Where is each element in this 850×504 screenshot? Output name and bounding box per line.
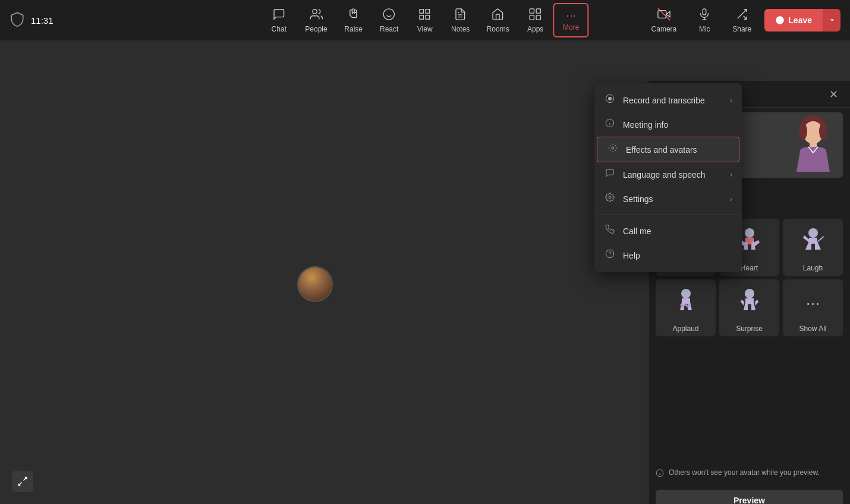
- reaction-show-all[interactable]: ··· Show All: [783, 279, 843, 336]
- nav-more-label: More: [563, 23, 579, 32]
- main-area: Record and transcribe › Meeting info Eff…: [0, 40, 850, 504]
- topbar-right: Camera Mic Share Leave: [643, 3, 840, 38]
- reactions-grid-row2: Applaud Surprise: [656, 279, 843, 336]
- menu-language-label: Language and speech: [623, 170, 723, 179]
- svg-rect-12: [530, 15, 534, 19]
- avatar-figure-svg: [783, 112, 843, 178]
- svg-point-28: [612, 147, 614, 149]
- nav-camera[interactable]: Camera: [643, 3, 685, 38]
- surprise-figure: [733, 285, 766, 321]
- svg-rect-4: [420, 9, 423, 12]
- nav-view[interactable]: View: [407, 3, 443, 38]
- settings-arrow-icon: ›: [730, 194, 732, 203]
- nav-notes[interactable]: Notes: [443, 3, 478, 38]
- svg-rect-10: [530, 8, 534, 12]
- show-all-label: Show All: [799, 325, 826, 333]
- leave-dropdown-arrow[interactable]: [823, 9, 840, 32]
- heart-label: Heart: [741, 264, 758, 272]
- leave-button-group: Leave: [764, 9, 840, 32]
- more-dropdown-menu: Record and transcribe › Meeting info Eff…: [594, 83, 742, 272]
- info-icon: [604, 118, 616, 131]
- surprise-label: Surprise: [736, 325, 763, 333]
- svg-rect-16: [703, 8, 707, 14]
- topbar-nav: Chat People Raise React View: [261, 3, 588, 38]
- camera-label: Camera: [651, 25, 677, 33]
- svg-point-34: [799, 123, 807, 140]
- camera-icon: [657, 8, 670, 23]
- menu-item-help[interactable]: Help: [594, 243, 742, 267]
- menu-divider: [594, 215, 742, 215]
- people-icon: [310, 8, 323, 23]
- nav-rooms-label: Rooms: [487, 25, 509, 33]
- nav-apps[interactable]: Apps: [518, 3, 553, 38]
- nav-react-label: React: [380, 25, 398, 33]
- record-icon: [604, 94, 616, 106]
- participant-avatar: [297, 266, 333, 302]
- svg-line-21: [18, 483, 21, 486]
- menu-item-effects[interactable]: Effects and avatars: [597, 137, 739, 162]
- rooms-icon: [492, 8, 505, 23]
- menu-item-call-me[interactable]: Call me: [594, 219, 742, 243]
- reaction-laugh[interactable]: Laugh: [783, 219, 843, 276]
- nav-people[interactable]: People: [297, 3, 335, 38]
- svg-rect-46: [745, 298, 754, 302]
- reaction-applaud[interactable]: Applaud: [656, 279, 716, 336]
- reaction-surprise[interactable]: Surprise: [719, 279, 779, 336]
- nav-chat-label: Chat: [272, 25, 287, 33]
- panel-close-button[interactable]: ✕: [827, 88, 840, 107]
- svg-point-0: [313, 9, 317, 13]
- svg-point-45: [745, 289, 754, 298]
- apps-icon: [529, 8, 542, 23]
- nav-more[interactable]: ··· More: [553, 3, 589, 37]
- svg-point-41: [808, 228, 818, 238]
- react-icon: [383, 8, 396, 23]
- clock-display: 11:31: [31, 15, 53, 26]
- callme-icon: [604, 225, 616, 237]
- svg-rect-42: [809, 238, 817, 241]
- nav-mic[interactable]: Mic: [690, 3, 719, 38]
- mic-label: Mic: [699, 25, 710, 33]
- bottom-left-action[interactable]: [12, 471, 33, 492]
- nav-react[interactable]: React: [372, 3, 407, 38]
- svg-point-29: [609, 196, 611, 199]
- help-icon: [604, 249, 616, 262]
- svg-rect-13: [537, 15, 541, 19]
- applaud-figure: [670, 285, 702, 321]
- menu-item-record[interactable]: Record and transcribe ›: [594, 88, 742, 112]
- svg-point-24: [608, 97, 611, 100]
- language-icon: [604, 168, 616, 181]
- shield-icon: [10, 11, 25, 29]
- menu-help-label: Help: [623, 251, 732, 260]
- leave-label: Leave: [788, 15, 812, 25]
- svg-point-43: [681, 289, 691, 298]
- menu-item-meeting-info[interactable]: Meeting info: [594, 112, 742, 137]
- topbar-left: 11:31: [10, 11, 53, 29]
- nav-people-label: People: [305, 25, 327, 33]
- svg-rect-6: [420, 15, 423, 18]
- menu-meeting-info-label: Meeting info: [623, 120, 732, 130]
- menu-item-settings[interactable]: Settings ›: [594, 187, 742, 211]
- nav-rooms[interactable]: Rooms: [478, 3, 518, 38]
- svg-point-1: [384, 8, 395, 19]
- nav-raise[interactable]: Raise: [336, 3, 372, 38]
- nav-chat[interactable]: Chat: [261, 3, 297, 38]
- preview-button[interactable]: Preview: [656, 490, 843, 504]
- svg-line-20: [744, 15, 747, 19]
- preview-notice: Others won't see your avatar while you p…: [648, 462, 850, 485]
- svg-line-22: [24, 477, 27, 480]
- leave-main-button[interactable]: Leave: [764, 9, 823, 32]
- svg-rect-5: [426, 9, 430, 12]
- menu-callme-label: Call me: [623, 226, 732, 236]
- show-all-figure: ···: [797, 285, 829, 321]
- mic-icon: [698, 8, 711, 23]
- chat-icon: [272, 8, 285, 23]
- share-label: Share: [732, 25, 751, 33]
- menu-effects-label: Effects and avatars: [626, 145, 729, 155]
- nav-view-label: View: [417, 25, 433, 33]
- svg-rect-11: [537, 8, 541, 12]
- applaud-label: Applaud: [672, 325, 698, 333]
- menu-item-language[interactable]: Language and speech ›: [594, 162, 742, 187]
- svg-point-35: [819, 123, 827, 140]
- settings-icon: [604, 193, 616, 205]
- nav-share[interactable]: Share: [724, 3, 760, 38]
